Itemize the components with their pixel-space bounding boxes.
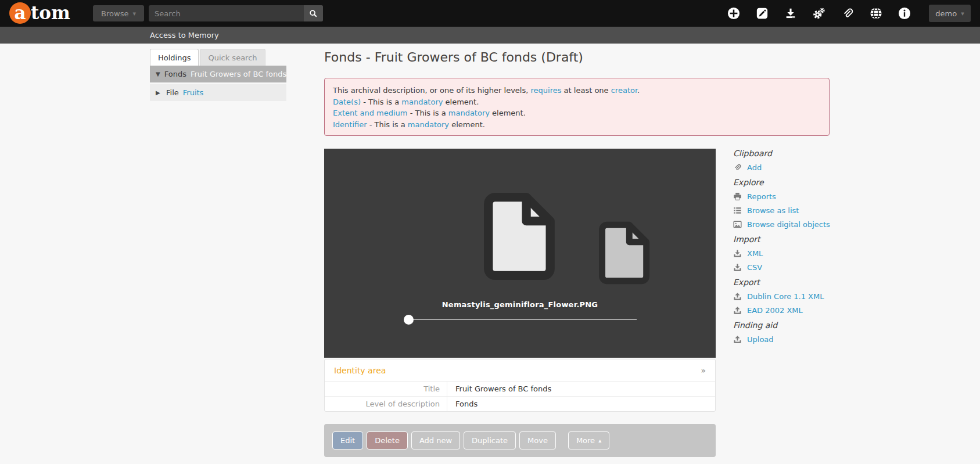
- page-title: Fonds - Fruit Growers of BC fonds (Draft…: [324, 50, 583, 64]
- browse-menu-button[interactable]: Browse ▾: [93, 5, 144, 21]
- context-menu: Clipboard Add Explore Reports Browse as …: [733, 146, 832, 349]
- tab-holdings[interactable]: Holdings: [150, 49, 199, 66]
- tree-level-label: Fonds: [164, 70, 186, 78]
- treeview-sidebar: Holdings Quick search ▼ Fonds Fruit Grow…: [150, 49, 286, 103]
- user-menu-button[interactable]: demo ▾: [929, 5, 971, 22]
- upload-icon: [733, 335, 742, 344]
- tree-item-title[interactable]: Fruits: [183, 88, 204, 97]
- section-heading-explore: Explore: [733, 178, 832, 187]
- identity-area-heading-row: Identity area »: [325, 359, 715, 381]
- browse-digital-objects-link[interactable]: Browse digital objects: [733, 220, 832, 229]
- digital-object-filename: Nemastylis_geminiflora_Flower.PNG: [324, 300, 716, 309]
- logo-text: tom: [31, 2, 70, 23]
- chevron-down-icon: ▾: [961, 10, 964, 17]
- finding-aid-upload-link[interactable]: Upload: [733, 335, 832, 344]
- upload-icon: [733, 292, 742, 301]
- download-icon: [733, 249, 742, 258]
- holdings-tree: ▼ Fonds Fruit Growers of BC fonds ▶ File…: [150, 66, 286, 101]
- validation-messages: This archival description, or one of its…: [324, 78, 830, 136]
- top-navigation-bar: atom Browse ▾: [0, 0, 980, 27]
- double-chevron-icon[interactable]: »: [701, 366, 706, 375]
- chevron-down-icon: ▾: [132, 10, 136, 17]
- document-thumbnail-icon[interactable]: [595, 220, 654, 286]
- import-xml-link[interactable]: XML: [733, 249, 832, 258]
- browse-as-list-link[interactable]: Browse as list: [733, 206, 832, 215]
- browse-label: Browse: [101, 9, 128, 18]
- section-heading-import: Import: [733, 235, 832, 244]
- field-row-title: Title Fruit Growers of BC fonds: [325, 381, 715, 396]
- carousel-slider-track[interactable]: [409, 319, 637, 320]
- atom-logo[interactable]: atom: [9, 2, 70, 24]
- document-thumbnail-icon[interactable]: [480, 190, 559, 282]
- paperclip-icon: [733, 163, 742, 172]
- global-search: [149, 5, 323, 21]
- tree-item-fonds[interactable]: ▼ Fonds Fruit Growers of BC fonds: [150, 66, 286, 82]
- edit-button[interactable]: Edit: [332, 431, 363, 449]
- identifier-link[interactable]: Identifier: [333, 120, 367, 129]
- tab-quick-search[interactable]: Quick search: [200, 49, 265, 66]
- field-label: Level of description: [325, 397, 447, 411]
- validation-message: Date(s) - This is a mandatory element.: [333, 96, 821, 108]
- treeview-tabs: Holdings Quick search: [150, 49, 286, 66]
- breadcrumb-bar: Access to Memory: [0, 27, 980, 44]
- dates-link[interactable]: Date(s): [333, 98, 361, 106]
- validation-message: Identifier - This is a mandatory element…: [333, 119, 821, 131]
- export-dublin-core-link[interactable]: Dublin Core 1.1 XML: [733, 292, 832, 301]
- field-row-level-of-description: Level of description Fonds: [325, 396, 715, 411]
- export-ead-link[interactable]: EAD 2002 XML: [733, 306, 832, 315]
- tree-item-file[interactable]: ▶ File Fruits: [150, 84, 286, 101]
- digital-object-carousel: Nemastylis_geminiflora_Flower.PNG: [324, 149, 716, 358]
- field-value: Fonds: [447, 397, 715, 411]
- action-button-bar: Edit Delete Add new Duplicate Move More …: [324, 424, 716, 457]
- add-button[interactable]: [727, 7, 740, 20]
- logo-a-badge: a: [9, 2, 31, 24]
- clipboard-button[interactable]: [841, 7, 854, 20]
- expand-arrow-icon[interactable]: ▶: [156, 89, 162, 96]
- clipboard-add-link[interactable]: Add: [733, 163, 832, 172]
- mandatory-link[interactable]: mandatory: [448, 109, 490, 117]
- extent-link[interactable]: Extent and medium: [333, 109, 408, 117]
- duplicate-button[interactable]: Duplicate: [464, 431, 516, 449]
- search-button[interactable]: [304, 5, 323, 21]
- chevron-up-icon: ▴: [598, 437, 601, 444]
- plus-circle-icon: [727, 7, 740, 20]
- breadcrumb[interactable]: Access to Memory: [150, 31, 219, 39]
- image-icon: [733, 220, 742, 229]
- info-icon: [898, 7, 911, 20]
- search-input[interactable]: [149, 5, 304, 21]
- language-button[interactable]: [870, 7, 882, 20]
- reports-link[interactable]: Reports: [733, 192, 832, 201]
- collapse-arrow-icon[interactable]: ▼: [156, 71, 160, 77]
- search-icon: [308, 9, 318, 19]
- move-button[interactable]: Move: [519, 431, 556, 449]
- globe-icon: [870, 7, 882, 20]
- tree-item-title[interactable]: Fruit Growers of BC fonds: [191, 70, 286, 78]
- upload-icon: [733, 306, 742, 315]
- validation-message: Extent and medium - This is a mandatory …: [333, 107, 821, 119]
- field-value: Fruit Growers of BC fonds: [447, 382, 715, 396]
- add-new-button[interactable]: Add new: [411, 431, 460, 449]
- import-csv-link[interactable]: CSV: [733, 263, 832, 272]
- user-label: demo: [935, 9, 957, 18]
- creator-link[interactable]: creator: [611, 86, 637, 95]
- validation-message: This archival description, or one of its…: [333, 85, 821, 96]
- edit-button[interactable]: [756, 7, 769, 20]
- section-heading-clipboard: Clipboard: [733, 149, 832, 158]
- delete-button[interactable]: Delete: [367, 431, 408, 449]
- mandatory-link[interactable]: mandatory: [401, 98, 443, 106]
- requires-link[interactable]: requires: [530, 86, 561, 95]
- download-icon: [784, 7, 797, 20]
- mandatory-link[interactable]: mandatory: [408, 120, 449, 129]
- pencil-icon: [756, 7, 769, 20]
- more-button[interactable]: More ▴: [568, 431, 609, 449]
- carousel-slider-handle[interactable]: [404, 315, 414, 325]
- section-heading: Identity area: [334, 366, 386, 375]
- download-icon: [733, 263, 742, 272]
- quick-links-button[interactable]: [898, 7, 911, 20]
- tree-level-label: File: [166, 88, 179, 97]
- gears-icon: [813, 7, 825, 20]
- more-label: More: [576, 436, 595, 445]
- import-button[interactable]: [784, 7, 797, 20]
- section-heading-export: Export: [733, 278, 832, 287]
- admin-button[interactable]: [813, 7, 825, 20]
